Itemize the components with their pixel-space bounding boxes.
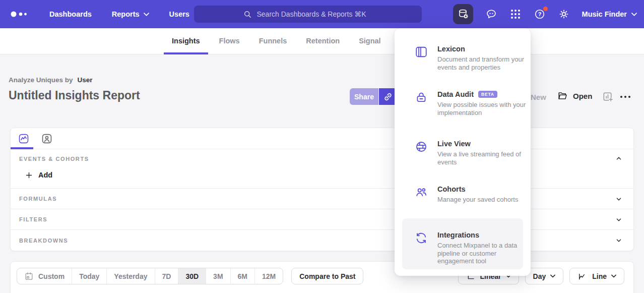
- compare-to-past-button[interactable]: Compare to Past: [291, 268, 363, 284]
- main-area: Analyze Uniques by User Untitled Insight…: [0, 54, 644, 293]
- menu-item-live-view[interactable]: Live View View a live streaming feed of …: [395, 139, 531, 166]
- insights-chart-icon: [18, 133, 29, 144]
- chevron-down-icon: [615, 237, 622, 244]
- apps-grid-button[interactable]: [509, 8, 522, 20]
- mixpanel-logo-icon[interactable]: [10, 9, 32, 19]
- report-tabs: Insights Flows Funnels Retention Signal …: [164, 28, 431, 54]
- range-yesterday[interactable]: Yesterday: [106, 268, 154, 284]
- menu-item-title: Data Audit: [437, 90, 474, 99]
- share-group: Share: [350, 88, 397, 105]
- section-filters[interactable]: FILTERS: [11, 209, 633, 230]
- menu-item-text: Live View View a live streaming feed of …: [437, 139, 527, 166]
- section-label: FORMULAS: [19, 196, 57, 202]
- tab-flows[interactable]: Flows: [211, 28, 248, 54]
- integrations-sync-icon: [415, 231, 428, 245]
- menu-item-text: Cohorts Manage your saved cohorts: [437, 185, 527, 204]
- collapse-section-button[interactable]: [615, 155, 622, 162]
- new-report-button[interactable]: New: [531, 93, 546, 101]
- menu-item-title: Integrations: [437, 230, 479, 240]
- tab-insights[interactable]: Insights: [164, 28, 208, 54]
- section-label: FILTERS: [19, 216, 47, 222]
- tab-funnels[interactable]: Funnels: [251, 28, 295, 54]
- add-label: Add: [38, 171, 52, 179]
- events-mode-tab[interactable]: [18, 133, 29, 144]
- interval-label: Day: [533, 272, 546, 280]
- menu-item-text: Lexicon Document and transform your even…: [437, 44, 527, 71]
- open-report-button[interactable]: Open: [557, 90, 592, 101]
- date-toolbar: Custom Today Yesterday 7D 30D 3M 6M 12M …: [17, 268, 363, 284]
- gear-icon: [558, 8, 570, 20]
- interval-dropdown[interactable]: Day: [525, 268, 564, 284]
- nav-item-dashboards[interactable]: Dashboards: [49, 10, 92, 18]
- menu-item-cohorts[interactable]: Cohorts Manage your saved cohorts: [395, 185, 531, 204]
- chevron-down-icon: [631, 13, 637, 16]
- menu-item-text: Data Audit BETA View possible issues wit…: [437, 90, 527, 116]
- range-12m[interactable]: 12M: [254, 268, 283, 284]
- expand-section-button[interactable]: [615, 196, 622, 203]
- report-title[interactable]: Untitled Insights Report: [9, 89, 140, 102]
- range-custom[interactable]: Custom: [17, 268, 72, 284]
- nav-right: ? Music Finder: [453, 0, 637, 28]
- chart-add-icon: [602, 91, 614, 102]
- notification-dot: [543, 7, 548, 11]
- section-breakdowns[interactable]: BREAKDOWNS: [11, 230, 633, 251]
- tab-retention[interactable]: Retention: [298, 28, 348, 54]
- range-6m[interactable]: 6M: [230, 268, 254, 284]
- nav-item-users[interactable]: Users: [169, 10, 189, 18]
- analyze-prefix: Analyze Uniques by: [9, 76, 73, 84]
- feedback-button[interactable]: [485, 8, 497, 20]
- settings-button[interactable]: [558, 8, 570, 20]
- chart-type-label: Line: [592, 272, 607, 280]
- cohorts-people-icon: [415, 186, 428, 199]
- menu-item-data-audit[interactable]: Data Audit BETA View possible issues wit…: [395, 90, 531, 116]
- live-view-globe-icon: [415, 140, 428, 153]
- folder-icon: [557, 90, 568, 101]
- lexicon-book-icon: [415, 45, 428, 58]
- range-today[interactable]: Today: [72, 268, 106, 284]
- nav-item-label: Users: [169, 10, 189, 18]
- project-name: Music Finder: [582, 10, 627, 18]
- range-7d[interactable]: 7D: [155, 268, 178, 284]
- menu-item-text: Integrations Connect Mixpanel to a data …: [437, 230, 527, 265]
- tab-signal[interactable]: Signal: [351, 28, 389, 54]
- global-search[interactable]: [194, 6, 422, 23]
- menu-item-description: Connect Mixpanel to a data pipeline or c…: [437, 242, 527, 265]
- expand-section-button[interactable]: [615, 216, 622, 223]
- more-options-button[interactable]: [619, 93, 631, 101]
- data-management-menu: Lexicon Document and transform your even…: [395, 28, 531, 276]
- nav-item-reports[interactable]: Reports: [112, 10, 149, 18]
- chevron-down-icon: [615, 196, 622, 203]
- section-formulas[interactable]: FORMULAS: [11, 189, 633, 209]
- section-label: BREAKDOWNS: [19, 238, 68, 244]
- top-nav: Dashboards Reports Users: [0, 0, 644, 28]
- project-switcher[interactable]: Music Finder: [582, 10, 637, 18]
- add-event-button[interactable]: Add: [25, 171, 52, 179]
- help-button[interactable]: ?: [534, 8, 546, 20]
- range-3m[interactable]: 3M: [206, 268, 230, 284]
- link-icon: [383, 92, 393, 102]
- chart-type-dropdown[interactable]: Line: [569, 268, 624, 284]
- query-builder-card: EVENTS & COHORTS Add FORMULAS FILTERS: [10, 128, 634, 251]
- menu-item-integrations[interactable]: Integrations Connect Mixpanel to a data …: [395, 230, 531, 265]
- chart-card: Custom Today Yesterday 7D 30D 3M 6M 12M …: [10, 261, 634, 293]
- menu-item-lexicon[interactable]: Lexicon Document and transform your even…: [395, 44, 531, 71]
- add-to-dashboard-button[interactable]: [602, 91, 614, 102]
- grid-dots-icon: [509, 8, 522, 20]
- share-button[interactable]: Share: [350, 88, 378, 105]
- open-label: Open: [573, 92, 592, 100]
- analyze-entity-selector[interactable]: User: [78, 76, 93, 84]
- data-management-button[interactable]: [453, 4, 473, 24]
- svg-text:?: ?: [538, 11, 541, 17]
- expand-section-button[interactable]: [615, 237, 622, 244]
- report-tabbar: Insights Flows Funnels Retention Signal …: [0, 28, 644, 54]
- nav-item-label: Dashboards: [49, 10, 92, 18]
- range-30d[interactable]: 30D: [178, 268, 206, 284]
- section-events-cohorts: EVENTS & COHORTS Add: [11, 149, 633, 189]
- beta-badge: BETA: [478, 91, 497, 98]
- nav-item-label: Reports: [112, 10, 140, 18]
- profiles-mode-tab[interactable]: [41, 133, 52, 144]
- search-input[interactable]: [257, 10, 374, 18]
- chevron-down-icon: [550, 274, 555, 278]
- user-profile-icon: [41, 133, 52, 144]
- menu-item-title: Cohorts: [437, 185, 466, 194]
